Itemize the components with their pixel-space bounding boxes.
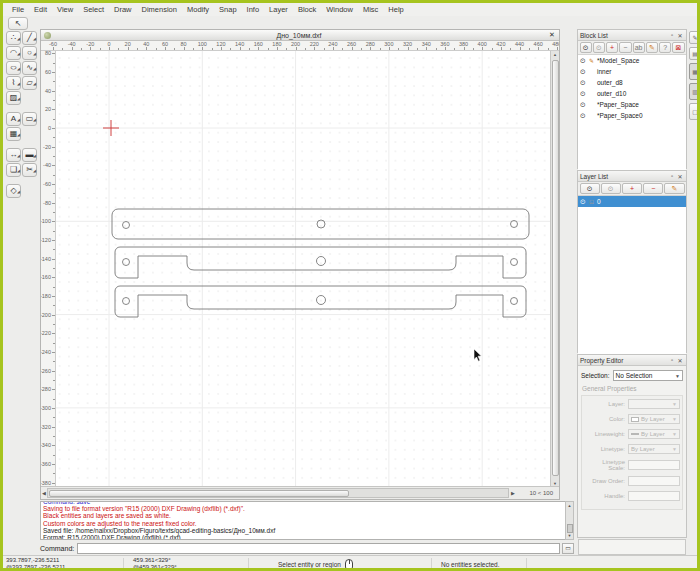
v-ruler-label: -20 xyxy=(43,144,51,150)
menu-info[interactable]: Info xyxy=(242,4,265,15)
menu-file[interactable]: File xyxy=(7,4,29,15)
spline-tool[interactable]: ∿◢ xyxy=(22,61,37,75)
polyline-tool[interactable]: ⌇◢ xyxy=(6,76,21,90)
delete-block-button[interactable]: ⊠ xyxy=(672,42,684,53)
eye-icon[interactable]: ⊙ xyxy=(580,57,589,65)
menu-draw[interactable]: Draw xyxy=(109,4,137,15)
flyout-arrow-icon: ◢ xyxy=(33,63,36,75)
menu-select[interactable]: Select xyxy=(78,4,109,15)
ellipse-tool[interactable]: ○◢ xyxy=(6,61,21,75)
menu-edit[interactable]: Edit xyxy=(29,4,52,15)
block-list-item[interactable]: ⊙outer_d10 xyxy=(578,88,686,99)
solid-tool[interactable]: ◇◢ xyxy=(6,184,21,198)
select-tool-button[interactable]: ↖ xyxy=(8,17,28,30)
dock-toggle-property-editor[interactable]: ▢ xyxy=(689,103,700,120)
history-scrollbar-thumb[interactable] xyxy=(567,524,573,533)
image-tool[interactable]: ▦◢ xyxy=(6,127,21,141)
menu-layer[interactable]: Layer xyxy=(264,4,293,15)
shape-tool[interactable]: ▱◢ xyxy=(22,76,37,90)
h-ruler-label: 120 xyxy=(216,41,225,47)
block-name: outer_d10 xyxy=(597,90,626,97)
block-list-item[interactable]: ⊙inner xyxy=(578,66,686,77)
eye-icon[interactable]: ⊙ xyxy=(580,90,589,98)
scroll-up-icon[interactable]: ▲ xyxy=(551,52,559,57)
block-list-item[interactable]: ⊙*Paper_Space xyxy=(578,99,686,110)
block-list-item[interactable]: ⊙✎*Model_Space xyxy=(578,55,686,66)
horizontal-scrollbar-thumb[interactable] xyxy=(49,490,349,497)
menu-block[interactable]: Block xyxy=(293,4,321,15)
menu-view[interactable]: View xyxy=(52,4,78,15)
menu-misc[interactable]: Misc xyxy=(358,4,383,15)
selection-dropdown[interactable]: No Selection ▼ xyxy=(613,370,683,381)
hole-circle xyxy=(123,222,130,229)
remove-block-button[interactable]: − xyxy=(619,42,631,53)
hide-all-blocks-button[interactable]: ⊙ xyxy=(593,42,605,53)
show-all-blocks-button[interactable]: ⊙ xyxy=(580,42,592,53)
modify-tool[interactable]: ✂◢ xyxy=(22,163,37,177)
layer-list-close-icon[interactable]: ✕ xyxy=(676,173,684,180)
scroll-left-icon[interactable]: ◀ xyxy=(42,490,46,496)
scroll-right-icon[interactable]: ▶ xyxy=(511,490,515,496)
eye-icon[interactable]: ⊙ xyxy=(580,112,589,120)
menu-window[interactable]: Window xyxy=(321,4,358,15)
block-list-close-icon[interactable]: ✕ xyxy=(676,32,684,39)
hide-all-layers-button[interactable]: ⊙ xyxy=(601,183,621,194)
block-tool[interactable]: ❏◢ xyxy=(6,163,21,177)
point-tool[interactable]: ∴◢ xyxy=(6,31,21,45)
command-history-toggle-button[interactable]: ▭ xyxy=(562,543,574,554)
eye-icon[interactable]: ⊙ xyxy=(580,101,589,109)
property-editor-float-icon[interactable]: ▫ xyxy=(668,357,676,363)
layer-list-float-icon[interactable]: ▫ xyxy=(668,173,676,179)
property-editor-close-icon[interactable]: ✕ xyxy=(676,357,684,364)
hatch-tool[interactable]: ▨◢ xyxy=(6,91,21,105)
vertical-scrollbar[interactable]: ▲ ▼ xyxy=(550,51,559,487)
arc-tool[interactable]: ◠◢ xyxy=(6,46,21,60)
block-list-item[interactable]: ⊙outer_d8 xyxy=(578,77,686,88)
add-layer-button[interactable]: + xyxy=(622,183,642,194)
edit-block-reference-button[interactable]: ? xyxy=(659,42,671,53)
dock-toggle-library-browser[interactable]: ▤ xyxy=(689,47,700,60)
line-icon: ╱ xyxy=(27,33,32,42)
menu-snap[interactable]: Snap xyxy=(214,4,242,15)
horizontal-scrollbar[interactable] xyxy=(47,488,509,498)
dock-toggle-layer-list[interactable]: ▥ xyxy=(689,83,700,100)
history-scroll-up-icon[interactable]: ▲ xyxy=(566,503,573,508)
eye-icon[interactable]: ⊙ xyxy=(580,68,589,76)
dock-toggle-cad-toolbar[interactable]: ✎ xyxy=(689,31,700,44)
circle-tool[interactable]: ○◢ xyxy=(22,46,37,60)
eye-icon[interactable]: ⊙ xyxy=(580,198,589,206)
drawing-window-titlebar[interactable]: Дно_10мм.dxf ✕ xyxy=(41,30,559,41)
layer-list-item[interactable]: ⊙⊡0 xyxy=(578,196,686,207)
command-history-scrollbar[interactable]: ▲ ▼ xyxy=(565,501,574,540)
edit-layer-button[interactable]: ✎ xyxy=(664,183,684,194)
dimension-tool[interactable]: ↔◢ xyxy=(6,148,21,162)
v-ruler-label: -220 xyxy=(41,330,51,336)
property-value: By Layer xyxy=(641,416,665,422)
close-drawing-icon[interactable]: ✕ xyxy=(547,31,557,39)
viewport-tool[interactable]: ▭◢ xyxy=(22,112,37,126)
h-ruler-label: -40 xyxy=(68,41,76,47)
text-tool[interactable]: A◢ xyxy=(6,112,21,126)
dock-toggle-block-list[interactable]: ▦ xyxy=(689,63,700,80)
menu-dimension[interactable]: Dimension xyxy=(137,4,182,15)
add-block-button[interactable]: + xyxy=(606,42,618,53)
drawing-canvas[interactable] xyxy=(56,51,552,487)
layer-list-titlebar: Layer List ▫ ✕ xyxy=(578,171,686,182)
measure-tool[interactable]: ▬◢ xyxy=(22,148,37,162)
lock-icon[interactable]: ⊡ xyxy=(589,198,597,205)
edit-block-button[interactable]: ✎ xyxy=(646,42,658,53)
menu-help[interactable]: Help xyxy=(383,4,408,15)
eye-icon[interactable]: ⊙ xyxy=(580,79,589,87)
remove-layer-button[interactable]: − xyxy=(643,183,663,194)
vertical-scrollbar-thumb[interactable] xyxy=(552,60,559,476)
show-all-layers-button[interactable]: ⊙ xyxy=(580,183,600,194)
block-list-float-icon[interactable]: ▫ xyxy=(668,32,676,38)
block-list-item[interactable]: ⊙*Paper_Space0 xyxy=(578,110,686,121)
rename-block-button[interactable]: ab xyxy=(633,42,645,53)
menu-modify[interactable]: Modify xyxy=(182,4,214,15)
line-tool[interactable]: ╱◢ xyxy=(22,31,37,45)
h-ruler-label: 60 xyxy=(162,41,168,47)
history-scroll-down-icon[interactable]: ▼ xyxy=(566,533,573,538)
h-ruler-label: -60 xyxy=(49,41,57,47)
command-input[interactable] xyxy=(77,543,560,554)
